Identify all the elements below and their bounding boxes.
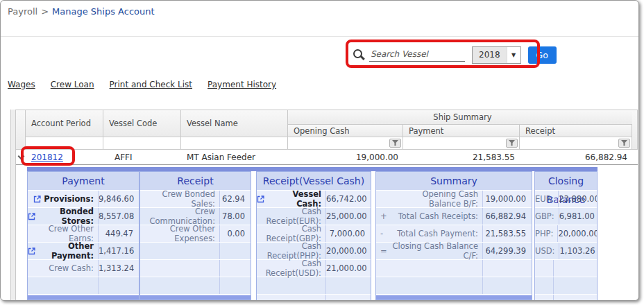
detail-label: USD:	[535, 243, 559, 259]
filter-cell-opening-cash[interactable]	[288, 137, 403, 150]
bonded-stores-link[interactable]: Bonded Stores:	[28, 208, 99, 225]
account-period-link[interactable]: 201812	[31, 152, 63, 162]
column-header-payment[interactable]: Payment	[403, 125, 520, 137]
empty-row	[140, 277, 251, 295]
payment-panel-scrollbar[interactable]	[28, 295, 139, 299]
other-payment-link[interactable]: Other Payment:	[28, 243, 99, 259]
filter-button-opening-cash[interactable]	[389, 139, 401, 148]
table-row: Bonded Stores: 8,557.08	[28, 208, 139, 225]
breadcrumb-section[interactable]: Payroll	[8, 6, 37, 17]
cell-payment: 21,583.55	[403, 150, 520, 165]
detail-value: 1,103.26	[559, 246, 597, 256]
detail-value: 0.00	[220, 229, 251, 238]
grid-gutter	[10, 110, 16, 301]
cell-opening-cash: 19,000.00	[288, 150, 403, 165]
empty-row	[535, 260, 597, 277]
go-button[interactable]: Go	[528, 46, 557, 64]
external-link-icon	[28, 247, 35, 255]
expander-column-header	[16, 110, 26, 150]
detail-value: 66,882.94	[483, 211, 532, 221]
detail-value: 6,981.00	[559, 211, 597, 221]
chevron-down-icon[interactable]	[17, 152, 24, 159]
row-expander-cell[interactable]	[16, 150, 26, 165]
detail-label: Crew Other Earns:	[28, 225, 99, 242]
detail-label: EUR:	[535, 191, 559, 207]
detail-value: 21,000.00	[326, 263, 371, 273]
summary-panel-scrollbar[interactable]	[376, 295, 532, 299]
detail-value: 7,000.00	[326, 229, 371, 238]
detail-value: 23,880.00	[559, 194, 597, 204]
external-link-icon	[33, 195, 41, 203]
detail-value: 64,299.39	[483, 246, 532, 256]
cell-spacer	[632, 150, 638, 165]
empty-row	[535, 277, 597, 295]
closing-balance-scrollbar[interactable]	[535, 300, 597, 301]
detail-value: 1,313.24	[99, 263, 139, 273]
detail-value: 20,000.00	[326, 246, 371, 256]
search-vessel-input[interactable]	[369, 48, 465, 62]
nav-links: Wages Crew Loan Print and Check List Pay…	[8, 80, 276, 89]
detail-label: Total Cash Payment:	[389, 225, 483, 242]
filter-button-payment[interactable]	[506, 139, 518, 148]
filter-cell-vessel-code[interactable]	[103, 137, 181, 150]
table-row: Crew Cash: 1,313.24	[28, 260, 139, 277]
receipt-vessel-cash-scrollbar[interactable]	[257, 300, 371, 301]
detail-value: 78.00	[220, 211, 251, 221]
ship-account-detail: Payment Provisions: 9,846.60 Bonded Stor…	[27, 167, 598, 301]
column-header-vessel-name[interactable]: Vessel Name	[181, 110, 288, 137]
cell-receipt: 66,882.94	[520, 150, 632, 165]
detail-value: 21,583.55	[483, 229, 532, 238]
detail-label: Closing Cash Balance C/F:	[389, 243, 483, 259]
detail-label: Opening Cash Balance B/F:	[389, 191, 483, 207]
receipt-vessel-cash-title: Receipt(Vessel Cash)	[257, 172, 371, 191]
filter-cell-receipt[interactable]	[520, 137, 632, 150]
table-row: Cash Receipt(GBP): 7,000.00	[257, 225, 371, 243]
breadcrumb-page-title: Manage Ships Account	[52, 6, 155, 17]
vessel-search-bar: 2018 ▼ Go	[353, 45, 557, 64]
empty-row	[140, 243, 251, 260]
detail-value: 62.94	[220, 194, 251, 204]
filter-button-receipt[interactable]	[618, 139, 630, 148]
chevron-down-icon[interactable]: ▼	[507, 47, 520, 63]
vessel-cash-link[interactable]: Vessel Cash:	[257, 191, 326, 207]
provisions-link[interactable]: Provisions:	[28, 191, 99, 207]
nav-link-crew-loan[interactable]: Crew Loan	[51, 80, 94, 89]
filter-cell-vessel-name[interactable]	[181, 137, 288, 150]
detail-label: Crew Bonded Sales:	[140, 191, 220, 207]
empty-row	[257, 295, 371, 300]
filter-cell-account-period[interactable]	[26, 137, 103, 150]
detail-label: Cash Receipt(PHP):	[257, 243, 326, 259]
nav-link-wages[interactable]: Wages	[8, 80, 35, 89]
table-row: Cash Receipt(EUR): 25,000.00	[257, 208, 371, 225]
filter-icon	[621, 140, 627, 146]
detail-value: 20,000.00	[558, 229, 597, 238]
year-dropdown[interactable]: 2018 ▼	[472, 46, 521, 64]
nav-link-print-and-check-list[interactable]: Print and Check List	[110, 80, 193, 89]
detail-label: Crew Communication:	[140, 208, 220, 225]
table-row: - Total Cash Payment: 21,583.55	[376, 225, 532, 243]
summary-operator: =	[376, 246, 389, 256]
table-row: Other Payment: 1,417.16	[28, 243, 139, 260]
column-header-receipt[interactable]: Receipt	[520, 125, 632, 137]
table-row: Cash Receipt(USD): 21,000.00	[257, 260, 371, 277]
detail-label: Crew Cash:	[28, 260, 99, 277]
column-header-account-period[interactable]: Account Period	[26, 110, 103, 137]
column-header-opening-cash[interactable]: Opening Cash	[288, 125, 403, 137]
table-row: Provisions: 9,846.60	[28, 191, 139, 208]
search-icon	[353, 49, 362, 58]
detail-label: PHP:	[535, 225, 558, 242]
summary-panel-title: Summary	[376, 172, 532, 191]
nav-link-payment-history[interactable]: Payment History	[207, 80, 276, 89]
receipt-panel-scrollbar[interactable]	[140, 295, 251, 299]
filter-cell-payment[interactable]	[403, 137, 520, 150]
table-row: Crew Other Earns: 449.47	[28, 225, 139, 243]
detail-value: 19,000.00	[483, 194, 532, 204]
empty-row	[535, 295, 597, 300]
detail-value: 8,557.08	[99, 211, 139, 221]
column-group-header-ship-summary: Ship Summary	[288, 110, 638, 125]
table-row: Crew Other Expenses: 0.00	[140, 225, 251, 243]
breadcrumb: Payroll>Manage Ships Account	[8, 6, 155, 17]
spacer-column	[632, 110, 638, 150]
detail-value: 1,417.16	[99, 246, 139, 256]
column-header-vessel-code[interactable]: Vessel Code	[103, 110, 181, 137]
